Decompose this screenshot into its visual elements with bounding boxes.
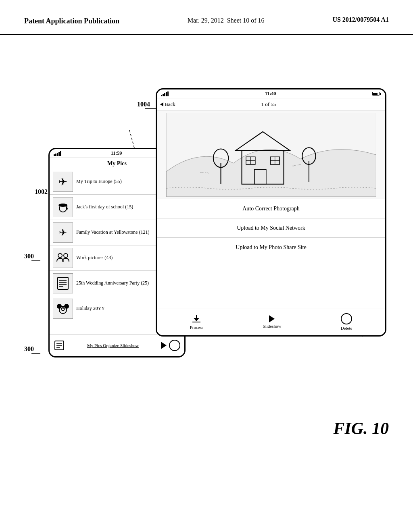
svg-point-20 [57, 304, 62, 309]
album-icon-6 [53, 299, 73, 319]
slideshow-control[interactable]: Slideshow [263, 315, 282, 328]
auto-correct-btn[interactable]: Auto Correct Photograph [157, 199, 385, 218]
process-label: Process [190, 325, 204, 330]
upload-photo-share-btn[interactable]: Upload to My Photo Share Site [157, 238, 385, 257]
svg-point-9 [58, 204, 67, 207]
process-icon [190, 314, 202, 324]
delete-label: Delete [341, 326, 353, 330]
svg-rect-10 [67, 205, 67, 208]
photo-display: ~~ ~~ ~~ ~~ [157, 110, 385, 199]
svg-text:~~ ~~: ~~ ~~ [200, 170, 209, 175]
album-icon-4 [53, 248, 73, 268]
front-status-bar: 11:40 [157, 89, 385, 98]
drawing-area: 300 300 1002 1004 11:59 M [0, 35, 413, 519]
svg-point-21 [64, 304, 69, 309]
svg-point-13 [64, 254, 68, 258]
svg-point-23 [62, 308, 63, 309]
slideshow-triangle[interactable] [161, 342, 167, 349]
slideshow-play-icon [269, 315, 275, 322]
ref-300-bottom: 300 [24, 345, 34, 353]
back-button[interactable]: Back [160, 101, 175, 108]
svg-point-12 [58, 254, 62, 258]
back-arrow [160, 102, 163, 106]
publication-date: Mar. 29, 2012 Sheet 10 of 16 [188, 16, 265, 25]
album-icon-5 [53, 273, 73, 293]
svg-rect-14 [58, 277, 68, 289]
front-nav-bar: Back 1 of 55 [157, 98, 385, 110]
delete-control[interactable]: Delete [341, 313, 353, 330]
album-icon-3: ✈ [53, 222, 73, 243]
front-battery [372, 92, 381, 96]
album-icon-2 [53, 197, 73, 217]
front-signal-bars [161, 91, 169, 96]
back-signal-bars [54, 151, 61, 156]
process-control[interactable]: Process [190, 314, 204, 330]
publication-number: US 2012/0079504 A1 [332, 16, 389, 23]
photo-count: 1 of 55 [261, 101, 276, 108]
ref-1004: 1004 [137, 101, 150, 108]
svg-marker-46 [194, 318, 199, 321]
back-bottom-controls [161, 340, 180, 351]
back-bottom-bar: My Pics Organize Slideshow [50, 334, 184, 356]
back-label: Back [165, 101, 175, 108]
organize-icon [54, 340, 65, 351]
front-bottom-bar: Process Slideshow Delete [157, 308, 385, 335]
svg-point-24 [63, 308, 64, 309]
photo-sketch-svg: ~~ ~~ ~~ ~~ [166, 113, 376, 197]
svg-point-11 [66, 208, 68, 210]
ref-300-top: 300 [24, 253, 34, 260]
page-header: Patent Application Publication Mar. 29, … [0, 0, 413, 35]
action-buttons-group: Auto Correct Photograph Upload to My Soc… [157, 199, 385, 257]
front-time: 11:40 [265, 91, 276, 97]
delete-circle-btn[interactable] [341, 313, 352, 324]
slideshow-label: Slideshow [263, 324, 282, 328]
slideshow-circle[interactable] [169, 340, 180, 351]
back-bottom-label: My Pics Organize Slideshow [87, 343, 139, 348]
svg-line-0 [129, 129, 134, 148]
ref-1002: 1002 [35, 188, 48, 195]
device-front-screen: 11:40 Back 1 of 55 [156, 88, 386, 337]
publication-type: Patent Application Publication [24, 16, 119, 26]
figure-label: FIG. 10 [333, 419, 389, 438]
upload-social-btn[interactable]: Upload to My Social Network [157, 218, 385, 238]
album-icon-1: ✈ [53, 172, 73, 192]
back-time: 11:59 [111, 150, 122, 156]
